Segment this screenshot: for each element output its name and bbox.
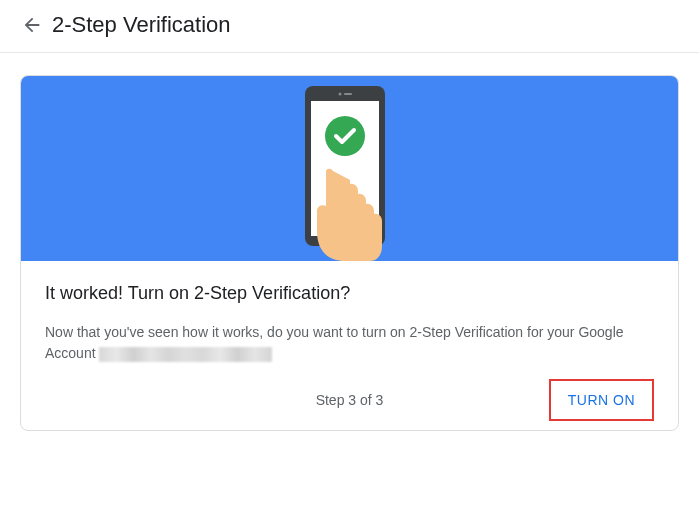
page-title: 2-Step Verification: [52, 12, 231, 38]
success-illustration: [21, 76, 678, 261]
svg-point-4: [325, 116, 365, 156]
back-arrow-icon[interactable]: [20, 13, 44, 37]
verification-card: It worked! Turn on 2-Step Verification? …: [20, 75, 679, 431]
success-heading: It worked! Turn on 2-Step Verification?: [45, 283, 654, 304]
page-header: 2-Step Verification: [0, 0, 699, 53]
turn-on-button[interactable]: TURN ON: [554, 384, 649, 416]
redacted-email: [99, 347, 272, 362]
svg-rect-2: [344, 93, 352, 95]
card-footer: Step 3 of 3 TURN ON: [21, 382, 678, 430]
card-content: It worked! Turn on 2-Step Verification? …: [21, 261, 678, 382]
turn-on-highlight: TURN ON: [549, 379, 654, 421]
step-indicator: Step 3 of 3: [316, 392, 384, 408]
success-body-text: Now that you've seen how it works, do yo…: [45, 322, 654, 364]
svg-point-1: [338, 93, 341, 96]
